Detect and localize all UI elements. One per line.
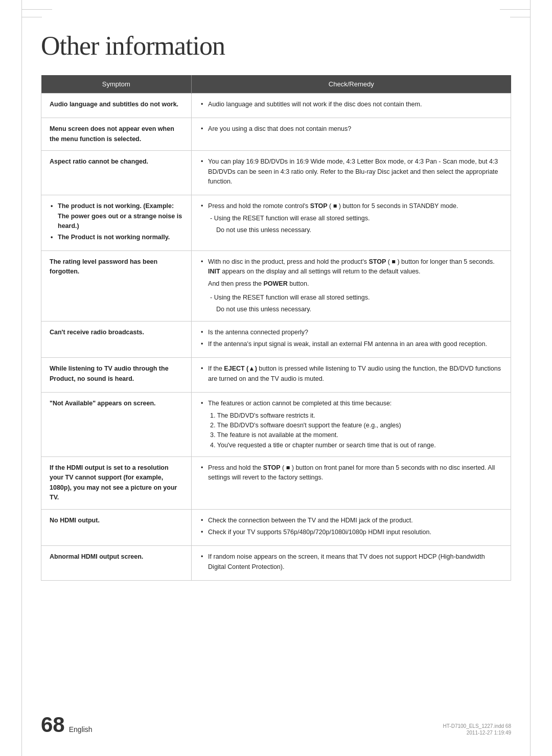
list-item: If random noise appears on the screen, i…: [200, 552, 502, 572]
list-item: The Product is not working normally.: [50, 233, 183, 242]
remedy-cell: With no disc in the product, press and h…: [192, 250, 511, 321]
list-item: You can play 16:9 BD/DVDs in 16:9 Wide m…: [200, 157, 502, 187]
symptom-cell: Can't receive radio broadcasts.: [41, 321, 192, 358]
symptom-text: Abnormal HDMI output screen.: [50, 553, 143, 560]
sub-note: - Using the RESET function will erase al…: [200, 293, 502, 303]
table-row: The rating level password has been forgo…: [41, 250, 511, 321]
symptom-cell: The product is not working. (Example: Th…: [41, 195, 192, 251]
symptom-cell: The rating level password has been forgo…: [41, 250, 192, 321]
list-item: Check if your TV supports 576p/480p/720p…: [200, 528, 502, 537]
list-item: 1. The BD/DVD's software restricts it.: [210, 411, 502, 421]
remedy-cell: You can play 16:9 BD/DVDs in 16:9 Wide m…: [192, 151, 511, 195]
remedy-cell: If the EJECT (▲) button is pressed while…: [192, 358, 511, 393]
table-row: Menu screen does not appear even when th…: [41, 118, 511, 151]
page-number-area: 68 English: [41, 714, 93, 736]
page-title: Other information: [41, 31, 511, 61]
symptom-cell: "Not Available" appears on screen.: [41, 393, 192, 457]
page-number: 68: [41, 714, 65, 736]
remedy-cell: Audio language and subtitles will not wo…: [192, 94, 511, 118]
top-decorative-lines: [21, 0, 531, 17]
symptom-cell: While listening to TV audio through the …: [41, 358, 192, 393]
list-item: Press and hold the STOP ( ■ ) button on …: [200, 463, 502, 483]
numbered-list: 1. The BD/DVD's software restricts it. 2…: [200, 411, 502, 451]
page: Other information Symptom Check/Remedy A…: [0, 0, 552, 756]
list-item: Check the connection between the TV and …: [200, 516, 502, 525]
table-row: The product is not working. (Example: Th…: [41, 195, 511, 251]
table-row: Can't receive radio broadcasts. Is the a…: [41, 321, 511, 358]
symptom-cell: If the HDMI output is set to a resolutio…: [41, 457, 192, 510]
symptom-text: Audio language and subtitles do not work…: [50, 101, 178, 108]
top-line-right: [500, 9, 531, 10]
language-label: English: [69, 725, 93, 734]
symptom-cell: Abnormal HDMI output screen.: [41, 546, 192, 581]
symptom-header: Symptom: [41, 75, 192, 94]
list-item: Press and hold the romote control's STOP…: [200, 201, 502, 211]
top-line-left2: [21, 17, 42, 17]
symptom-text: Can't receive radio broadcasts.: [50, 329, 144, 336]
table-row: "Not Available" appears on screen. The f…: [41, 393, 511, 457]
troubleshooting-table: Symptom Check/Remedy Audio language and …: [41, 75, 511, 581]
list-item: The product is not working. (Example: Th…: [50, 201, 183, 231]
top-line-left: [21, 9, 52, 10]
table-row: If the HDMI output is set to a resolutio…: [41, 457, 511, 510]
remedy-note: And then press the POWER button.: [200, 279, 502, 289]
symptom-cell: Audio language and subtitles do not work…: [41, 94, 192, 118]
sub-note: Do not use this unless necessary.: [200, 305, 502, 314]
symptom-cell: No HDMI output.: [41, 509, 192, 546]
symptom-text: While listening to TV audio through the …: [50, 365, 169, 382]
symptom-text: No HDMI output.: [50, 517, 100, 524]
sub-note: Do not use this unless necessary.: [200, 225, 502, 235]
remedy-cell: Are you using a disc that does not conta…: [192, 118, 511, 151]
sub-note: - Using the RESET function will erase al…: [200, 214, 502, 223]
remedy-cell: Is the antenna connected properly? If th…: [192, 321, 511, 358]
symptom-text: Menu screen does not appear even when th…: [50, 125, 174, 142]
remedy-cell: The features or action cannot be complet…: [192, 393, 511, 457]
list-item: 2. The BD/DVD's software doesn't support…: [210, 421, 502, 430]
remedy-cell: If random noise appears on the screen, i…: [192, 546, 511, 581]
list-item: Are you using a disc that does not conta…: [200, 124, 502, 134]
symptom-text: Aspect ratio cannot be changed.: [50, 158, 148, 165]
table-row: No HDMI output. Check the connection bet…: [41, 509, 511, 546]
symptom-text: If the HDMI output is set to a resolutio…: [50, 464, 177, 501]
list-item: With no disc in the product, press and h…: [200, 257, 502, 277]
remedy-cell: Press and hold the STOP ( ■ ) button on …: [192, 457, 511, 510]
table-row: Abnormal HDMI output screen. If random n…: [41, 546, 511, 581]
list-item: 3. The feature is not available at the m…: [210, 430, 502, 440]
footer-date-info: 2011-12-27 1:19:49: [467, 730, 511, 736]
symptom-text: The rating level password has been forgo…: [50, 258, 157, 275]
table-row: Aspect ratio cannot be changed. You can …: [41, 151, 511, 195]
symptom-cell: Aspect ratio cannot be changed.: [41, 151, 192, 195]
list-item: Is the antenna connected properly?: [200, 328, 502, 337]
footer-file-info: HT-D7100_ELS_1227.indd 68: [443, 723, 511, 729]
list-item: If the EJECT (▲) button is pressed while…: [200, 364, 502, 384]
list-item: Audio language and subtitles will not wo…: [200, 100, 502, 109]
table-row: Audio language and subtitles do not work…: [41, 94, 511, 118]
list-item: If the antenna's input signal is weak, i…: [200, 339, 502, 349]
list-item: 4. You've requested a title or chapter n…: [210, 441, 502, 450]
symptom-text: "Not Available" appears on screen.: [50, 400, 156, 407]
table-row: While listening to TV audio through the …: [41, 358, 511, 393]
list-item: The features or action cannot be complet…: [200, 399, 502, 408]
symptom-cell: Menu screen does not appear even when th…: [41, 118, 192, 151]
remedy-cell: Press and hold the romote control's STOP…: [192, 195, 511, 251]
footer: 68 English HT-D7100_ELS_1227.indd 68 201…: [41, 714, 511, 736]
remedy-header: Check/Remedy: [192, 75, 511, 94]
top-line-right2: [510, 17, 531, 17]
remedy-cell: Check the connection between the TV and …: [192, 509, 511, 546]
